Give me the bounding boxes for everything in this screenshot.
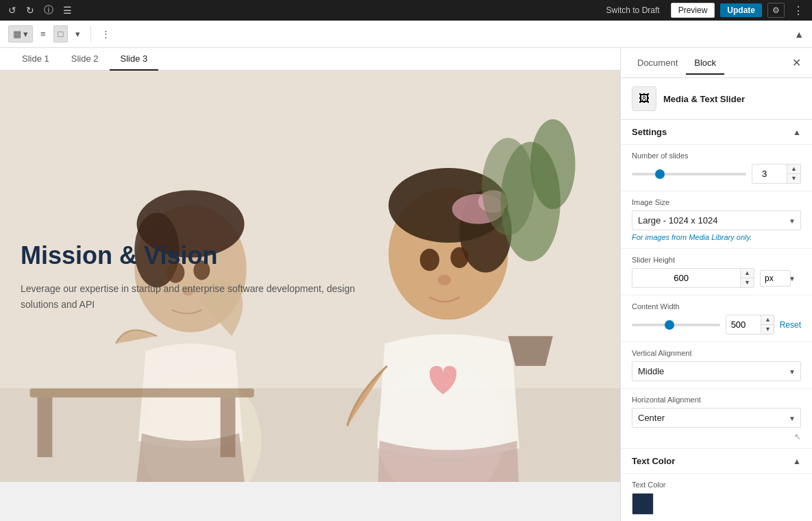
redo-icon[interactable]: ↻	[23, 3, 37, 17]
settings-title: Settings	[632, 127, 667, 137]
content-width-down[interactable]: ▼	[761, 324, 774, 334]
ellipsis-icon: ⋮	[101, 29, 110, 39]
toolbar-square-view-button[interactable]: □	[53, 25, 69, 43]
panel-tab-block[interactable]: Block	[686, 52, 724, 75]
text-color-collapse-button[interactable]: ▲	[793, 457, 801, 466]
content-width-slider[interactable]	[632, 324, 720, 326]
main-layout: Slide 1 Slide 2 Slide 3	[0, 48, 812, 521]
text-color-section-title: Text Color	[632, 456, 675, 466]
content-width-input[interactable]	[726, 315, 761, 334]
square-icon: □	[58, 29, 64, 39]
svg-rect-22	[38, 398, 53, 457]
content-width-reset-button[interactable]: Reset	[780, 320, 801, 330]
info-icon[interactable]: ⓘ	[41, 3, 56, 18]
slider-height-label: Slider Height	[632, 256, 801, 264]
number-of-slides-input[interactable]	[752, 165, 787, 183]
image-icon: ▦	[13, 29, 21, 39]
vertical-alignment-label: Vertical Alignment	[632, 349, 801, 357]
slide-tab-1[interactable]: Slide 1	[11, 48, 60, 71]
slider-height-row: Slider Height ▲ ▼ px em vh	[621, 249, 812, 295]
number-of-slides-slider[interactable]	[632, 173, 746, 175]
horizontal-alignment-row: Horizontal Alignment Left Center Right ▼…	[621, 389, 812, 449]
editor-area[interactable]: Slide 1 Slide 2 Slide 3	[0, 48, 620, 521]
top-bar: ↺ ↻ ⓘ ☰ Switch to Draft Preview Update ⚙…	[0, 0, 812, 21]
block-icon: 🖼	[632, 86, 656, 111]
block-info: 🖼 Media & Text Slider	[621, 78, 812, 120]
image-size-note: For images from Media Library only.	[632, 233, 801, 241]
content-width-control: ▲ ▼ Reset	[632, 315, 801, 335]
text-color-section-header: Text Color ▲	[621, 449, 812, 474]
image-size-label: Image Size	[632, 198, 801, 206]
content-width-spinners: ▲ ▼	[761, 315, 774, 334]
list-icon: ≡	[40, 29, 46, 39]
number-of-slides-down[interactable]: ▼	[787, 173, 800, 183]
number-of-slides-spinners: ▲ ▼	[787, 165, 800, 183]
toolbar-dropdown-button[interactable]: ▾	[71, 25, 85, 43]
slider-height-control: ▲ ▼ px em vh ▼	[632, 268, 801, 288]
svg-point-16	[450, 247, 468, 268]
slider-height-up[interactable]: ▲	[741, 269, 754, 278]
text-color-row: Text Color	[621, 474, 812, 521]
slider-height-input[interactable]	[632, 269, 740, 287]
content-width-input-wrap: ▲ ▼	[726, 315, 774, 335]
toolbar-view-image-button[interactable]: ▦ ▾	[8, 25, 33, 43]
slide-image: Mission & Vision Leverage our expertise …	[0, 71, 620, 482]
slider-height-down[interactable]: ▼	[741, 278, 754, 287]
toolbar-more-options-button[interactable]: ⋮	[97, 25, 115, 43]
toolbar-dropdown-arrow: ▾	[23, 29, 28, 39]
slide-title: Mission & Vision	[21, 241, 363, 270]
scroll-up-button[interactable]: ▲	[794, 29, 804, 40]
toolbar-divider	[90, 26, 91, 43]
undo-icon[interactable]: ↺	[5, 3, 19, 17]
vertical-alignment-select[interactable]: Top Middle Bottom	[632, 361, 801, 381]
slide-tabs: Slide 1 Slide 2 Slide 3	[0, 48, 620, 71]
number-of-slides-input-wrap: ▲ ▼	[752, 164, 801, 184]
preview-button[interactable]: Preview	[671, 3, 715, 18]
list-view-icon[interactable]: ☰	[60, 3, 75, 17]
media-slider-icon: 🖼	[639, 93, 650, 105]
number-of-slides-control: ▲ ▼	[632, 164, 801, 184]
panel-close-button[interactable]: ✕	[789, 55, 804, 71]
slide-tab-3[interactable]: Slide 3	[110, 48, 159, 71]
image-size-row: Image Size Thumbnail Medium Large - 1024…	[621, 191, 812, 249]
svg-point-17	[438, 275, 452, 285]
slide-text-overlay: Mission & Vision Leverage our expertise …	[21, 241, 363, 312]
slider-height-spinners: ▲ ▼	[740, 269, 754, 287]
slide-description: Leverage our expertise in startup and en…	[21, 281, 363, 312]
slider-height-input-wrap: ▲ ▼	[632, 268, 754, 288]
svg-point-15	[420, 249, 439, 271]
horizontal-alignment-select[interactable]: Left Center Right	[632, 408, 801, 428]
image-size-select[interactable]: Thumbnail Medium Large - 1024 x 1024 Ful…	[632, 210, 801, 230]
more-options-button[interactable]: ⋮	[790, 4, 807, 17]
slider-height-unit-select[interactable]: px em vh	[760, 270, 791, 287]
vertical-alignment-select-wrap: Top Middle Bottom ▼	[632, 361, 801, 381]
svg-point-20	[482, 138, 534, 235]
slider-height-unit-wrap: px em vh ▼	[760, 270, 801, 287]
svg-rect-23	[221, 398, 236, 457]
side-panel: Document Block ✕ 🖼 Media & Text Slider S…	[620, 48, 812, 521]
top-bar-right: Switch to Draft Preview Update ⚙ ⋮	[601, 3, 807, 18]
content-width-label: Content Width	[632, 302, 801, 311]
panel-tab-document[interactable]: Document	[629, 52, 686, 75]
number-of-slides-up[interactable]: ▲	[787, 165, 800, 173]
cursor-hint: ↖	[632, 432, 801, 441]
toolbar-list-view-button[interactable]: ≡	[36, 25, 51, 43]
settings-collapse-button[interactable]: ▲	[793, 128, 801, 137]
number-of-slides-row: Number of slides ▲ ▼	[621, 145, 812, 191]
svg-point-19	[530, 119, 575, 209]
slide-tab-2[interactable]: Slide 2	[60, 48, 110, 71]
vertical-alignment-row: Vertical Alignment Top Middle Bottom ▼	[621, 342, 812, 389]
content-width-up[interactable]: ▲	[761, 315, 774, 324]
settings-section-header: Settings ▲	[621, 120, 812, 145]
svg-rect-1	[0, 389, 620, 482]
switch-to-draft-button[interactable]: Switch to Draft	[601, 3, 665, 17]
image-size-select-wrap: Thumbnail Medium Large - 1024 x 1024 Ful…	[632, 210, 801, 230]
horizontal-alignment-select-wrap: Left Center Right ▼	[632, 408, 801, 428]
update-button[interactable]: Update	[720, 3, 762, 17]
settings-button[interactable]: ⚙	[767, 3, 785, 18]
content-width-row: Content Width ▲ ▼ Reset	[621, 295, 812, 342]
block-toolbar: ▦ ▾ ≡ □ ▾ ⋮ ▲	[0, 21, 812, 48]
text-color-swatch-button[interactable]	[632, 493, 654, 515]
panel-tabs: Document Block ✕	[621, 48, 812, 78]
number-of-slides-label: Number of slides	[632, 152, 801, 160]
